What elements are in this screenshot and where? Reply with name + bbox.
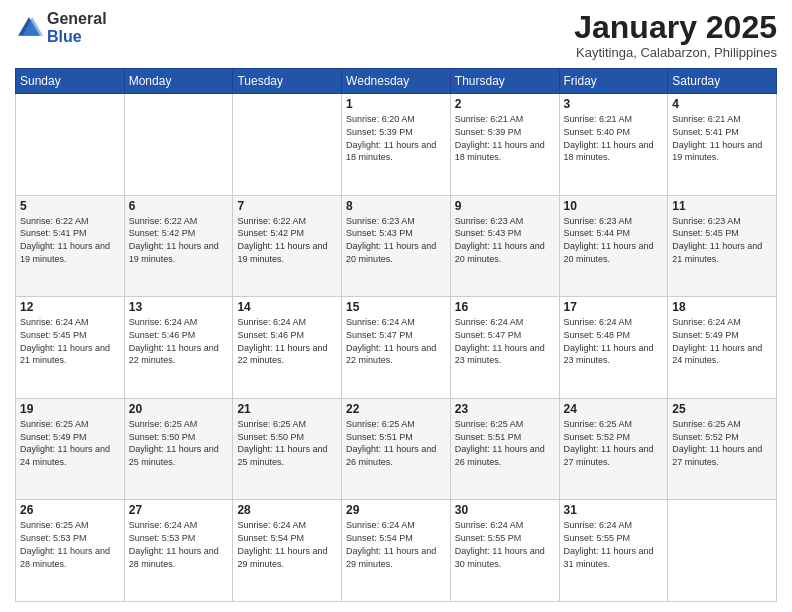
table-row — [233, 94, 342, 196]
day-number: 1 — [346, 97, 446, 111]
table-row: 5 Sunrise: 6:22 AMSunset: 5:41 PMDayligh… — [16, 195, 125, 297]
page: General Blue January 2025 Kaytitinga, Ca… — [0, 0, 792, 612]
cell-details: Sunrise: 6:22 AMSunset: 5:42 PMDaylight:… — [129, 216, 219, 264]
day-number: 29 — [346, 503, 446, 517]
table-row: 7 Sunrise: 6:22 AMSunset: 5:42 PMDayligh… — [233, 195, 342, 297]
day-number: 20 — [129, 402, 229, 416]
table-row — [124, 94, 233, 196]
table-row: 30 Sunrise: 6:24 AMSunset: 5:55 PMDaylig… — [450, 500, 559, 602]
cell-details: Sunrise: 6:24 AMSunset: 5:54 PMDaylight:… — [346, 520, 436, 568]
day-number: 8 — [346, 199, 446, 213]
day-number: 24 — [564, 402, 664, 416]
table-row: 25 Sunrise: 6:25 AMSunset: 5:52 PMDaylig… — [668, 398, 777, 500]
table-row: 24 Sunrise: 6:25 AMSunset: 5:52 PMDaylig… — [559, 398, 668, 500]
cell-details: Sunrise: 6:23 AMSunset: 5:43 PMDaylight:… — [346, 216, 436, 264]
day-number: 27 — [129, 503, 229, 517]
day-number: 18 — [672, 300, 772, 314]
table-row: 12 Sunrise: 6:24 AMSunset: 5:45 PMDaylig… — [16, 297, 125, 399]
header: General Blue January 2025 Kaytitinga, Ca… — [15, 10, 777, 60]
table-row: 28 Sunrise: 6:24 AMSunset: 5:54 PMDaylig… — [233, 500, 342, 602]
table-row: 13 Sunrise: 6:24 AMSunset: 5:46 PMDaylig… — [124, 297, 233, 399]
day-number: 16 — [455, 300, 555, 314]
day-number: 6 — [129, 199, 229, 213]
cell-details: Sunrise: 6:25 AMSunset: 5:51 PMDaylight:… — [455, 419, 545, 467]
day-number: 31 — [564, 503, 664, 517]
cell-details: Sunrise: 6:24 AMSunset: 5:53 PMDaylight:… — [129, 520, 219, 568]
day-number: 30 — [455, 503, 555, 517]
location: Kaytitinga, Calabarzon, Philippines — [574, 45, 777, 60]
table-row: 8 Sunrise: 6:23 AMSunset: 5:43 PMDayligh… — [342, 195, 451, 297]
cell-details: Sunrise: 6:23 AMSunset: 5:45 PMDaylight:… — [672, 216, 762, 264]
table-row: 20 Sunrise: 6:25 AMSunset: 5:50 PMDaylig… — [124, 398, 233, 500]
header-wednesday: Wednesday — [342, 69, 451, 94]
day-number: 9 — [455, 199, 555, 213]
day-number: 23 — [455, 402, 555, 416]
table-row: 14 Sunrise: 6:24 AMSunset: 5:46 PMDaylig… — [233, 297, 342, 399]
cell-details: Sunrise: 6:25 AMSunset: 5:50 PMDaylight:… — [237, 419, 327, 467]
day-number: 12 — [20, 300, 120, 314]
day-number: 10 — [564, 199, 664, 213]
logo: General Blue — [15, 10, 107, 45]
cell-details: Sunrise: 6:20 AMSunset: 5:39 PMDaylight:… — [346, 114, 436, 162]
table-row: 9 Sunrise: 6:23 AMSunset: 5:43 PMDayligh… — [450, 195, 559, 297]
day-number: 21 — [237, 402, 337, 416]
cell-details: Sunrise: 6:24 AMSunset: 5:46 PMDaylight:… — [129, 317, 219, 365]
table-row: 26 Sunrise: 6:25 AMSunset: 5:53 PMDaylig… — [16, 500, 125, 602]
table-row: 19 Sunrise: 6:25 AMSunset: 5:49 PMDaylig… — [16, 398, 125, 500]
table-row — [668, 500, 777, 602]
table-row — [16, 94, 125, 196]
logo-blue-text: Blue — [47, 28, 107, 46]
week-row-1: 5 Sunrise: 6:22 AMSunset: 5:41 PMDayligh… — [16, 195, 777, 297]
table-row: 3 Sunrise: 6:21 AMSunset: 5:40 PMDayligh… — [559, 94, 668, 196]
cell-details: Sunrise: 6:22 AMSunset: 5:42 PMDaylight:… — [237, 216, 327, 264]
cell-details: Sunrise: 6:25 AMSunset: 5:49 PMDaylight:… — [20, 419, 110, 467]
day-number: 3 — [564, 97, 664, 111]
cell-details: Sunrise: 6:24 AMSunset: 5:45 PMDaylight:… — [20, 317, 110, 365]
table-row: 29 Sunrise: 6:24 AMSunset: 5:54 PMDaylig… — [342, 500, 451, 602]
header-sunday: Sunday — [16, 69, 125, 94]
header-monday: Monday — [124, 69, 233, 94]
month-title: January 2025 — [574, 10, 777, 45]
title-block: January 2025 Kaytitinga, Calabarzon, Phi… — [574, 10, 777, 60]
calendar-table: Sunday Monday Tuesday Wednesday Thursday… — [15, 68, 777, 602]
table-row: 6 Sunrise: 6:22 AMSunset: 5:42 PMDayligh… — [124, 195, 233, 297]
header-tuesday: Tuesday — [233, 69, 342, 94]
cell-details: Sunrise: 6:24 AMSunset: 5:47 PMDaylight:… — [346, 317, 436, 365]
table-row: 23 Sunrise: 6:25 AMSunset: 5:51 PMDaylig… — [450, 398, 559, 500]
cell-details: Sunrise: 6:24 AMSunset: 5:46 PMDaylight:… — [237, 317, 327, 365]
header-thursday: Thursday — [450, 69, 559, 94]
cell-details: Sunrise: 6:25 AMSunset: 5:51 PMDaylight:… — [346, 419, 436, 467]
week-row-2: 12 Sunrise: 6:24 AMSunset: 5:45 PMDaylig… — [16, 297, 777, 399]
table-row: 2 Sunrise: 6:21 AMSunset: 5:39 PMDayligh… — [450, 94, 559, 196]
table-row: 27 Sunrise: 6:24 AMSunset: 5:53 PMDaylig… — [124, 500, 233, 602]
table-row: 11 Sunrise: 6:23 AMSunset: 5:45 PMDaylig… — [668, 195, 777, 297]
calendar-header-row: Sunday Monday Tuesday Wednesday Thursday… — [16, 69, 777, 94]
table-row: 18 Sunrise: 6:24 AMSunset: 5:49 PMDaylig… — [668, 297, 777, 399]
table-row: 16 Sunrise: 6:24 AMSunset: 5:47 PMDaylig… — [450, 297, 559, 399]
cell-details: Sunrise: 6:21 AMSunset: 5:39 PMDaylight:… — [455, 114, 545, 162]
week-row-0: 1 Sunrise: 6:20 AMSunset: 5:39 PMDayligh… — [16, 94, 777, 196]
table-row: 10 Sunrise: 6:23 AMSunset: 5:44 PMDaylig… — [559, 195, 668, 297]
day-number: 5 — [20, 199, 120, 213]
cell-details: Sunrise: 6:21 AMSunset: 5:41 PMDaylight:… — [672, 114, 762, 162]
table-row: 22 Sunrise: 6:25 AMSunset: 5:51 PMDaylig… — [342, 398, 451, 500]
header-friday: Friday — [559, 69, 668, 94]
day-number: 15 — [346, 300, 446, 314]
cell-details: Sunrise: 6:25 AMSunset: 5:52 PMDaylight:… — [564, 419, 654, 467]
day-number: 28 — [237, 503, 337, 517]
table-row: 21 Sunrise: 6:25 AMSunset: 5:50 PMDaylig… — [233, 398, 342, 500]
day-number: 25 — [672, 402, 772, 416]
day-number: 26 — [20, 503, 120, 517]
cell-details: Sunrise: 6:23 AMSunset: 5:44 PMDaylight:… — [564, 216, 654, 264]
cell-details: Sunrise: 6:24 AMSunset: 5:49 PMDaylight:… — [672, 317, 762, 365]
cell-details: Sunrise: 6:24 AMSunset: 5:48 PMDaylight:… — [564, 317, 654, 365]
cell-details: Sunrise: 6:25 AMSunset: 5:53 PMDaylight:… — [20, 520, 110, 568]
week-row-4: 26 Sunrise: 6:25 AMSunset: 5:53 PMDaylig… — [16, 500, 777, 602]
day-number: 17 — [564, 300, 664, 314]
day-number: 4 — [672, 97, 772, 111]
cell-details: Sunrise: 6:24 AMSunset: 5:55 PMDaylight:… — [564, 520, 654, 568]
cell-details: Sunrise: 6:24 AMSunset: 5:47 PMDaylight:… — [455, 317, 545, 365]
day-number: 22 — [346, 402, 446, 416]
table-row: 1 Sunrise: 6:20 AMSunset: 5:39 PMDayligh… — [342, 94, 451, 196]
table-row: 15 Sunrise: 6:24 AMSunset: 5:47 PMDaylig… — [342, 297, 451, 399]
